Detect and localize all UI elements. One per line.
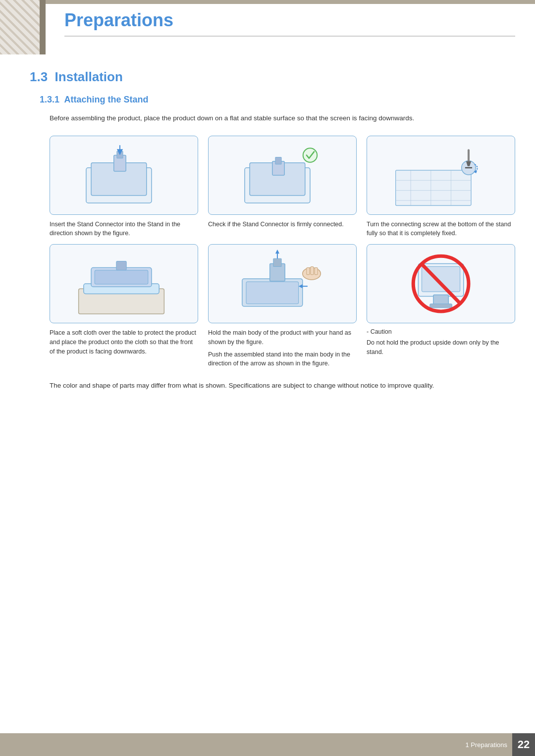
- footer-note: The color and shape of parts may differ …: [50, 380, 515, 391]
- caption-1-3: Turn the connecting screw at the bottom …: [367, 220, 515, 239]
- caption-1-1: Insert the Stand Connector into the Stan…: [50, 220, 198, 239]
- svg-rect-3: [117, 151, 123, 158]
- caption-2-2: Hold the main body of the product with y…: [208, 328, 357, 347]
- caption-2-2b: Push the assembled stand into the main b…: [208, 350, 357, 369]
- footer-bar: 1 Preparations 22: [0, 733, 535, 756]
- svg-rect-26: [116, 261, 126, 270]
- svg-rect-33: [311, 267, 314, 275]
- image-row-1: Insert the Stand Connector into the Stan…: [50, 136, 515, 239]
- svg-rect-41: [433, 295, 448, 304]
- image-cell-2-1: Place a soft cloth over the table to pro…: [50, 244, 198, 368]
- illustration-push-stand: [216, 249, 349, 319]
- image-box-2-1: [50, 244, 198, 323]
- svg-rect-25: [95, 270, 148, 284]
- subsection-heading: 1.3.1 Attaching the Stand: [40, 95, 515, 105]
- svg-rect-42: [430, 304, 452, 308]
- image-box-1-1: [50, 136, 198, 215]
- image-box-1-3: [367, 136, 515, 215]
- illustration-cloth-step: [57, 249, 190, 319]
- svg-rect-32: [307, 268, 310, 275]
- image-cell-1-1: Insert the Stand Connector into the Stan…: [50, 136, 198, 239]
- image-box-2-2: [208, 244, 357, 323]
- svg-rect-28: [246, 282, 299, 304]
- footer-section-text: 1 Preparations: [465, 741, 507, 749]
- caption-1-2: Check if the Stand Connector is firmly c…: [208, 220, 357, 229]
- left-strip-accent: [40, 0, 46, 54]
- left-decorative-strip: [0, 0, 45, 54]
- caution-label: - Caution: [367, 328, 515, 335]
- illustration-caution: [374, 249, 507, 319]
- illustration-stand-step2: [216, 140, 349, 210]
- image-cell-1-3: Turn the connecting screw at the bottom …: [367, 136, 515, 239]
- image-box-1-2: [208, 136, 357, 215]
- image-cell-2-3: - Caution Do not hold the product upside…: [367, 244, 515, 368]
- svg-point-9: [303, 148, 317, 162]
- svg-rect-8: [275, 157, 281, 164]
- image-row-2: Place a soft cloth over the table to pro…: [50, 244, 515, 368]
- image-cell-2-2: Hold the main body of the product with y…: [208, 244, 357, 368]
- top-bar: [0, 0, 535, 4]
- image-box-2-3: [367, 244, 515, 323]
- main-content: 1.3 Installation 1.3.1 Attaching the Sta…: [30, 59, 515, 726]
- section-heading: 1.3 Installation: [30, 69, 515, 85]
- page-title-area: Preparations: [64, 10, 515, 37]
- illustration-stand-step1: [57, 140, 190, 210]
- page-title: Preparations: [64, 10, 515, 37]
- illustration-screw-step: [374, 140, 507, 210]
- svg-rect-34: [315, 268, 318, 275]
- intro-paragraph: Before assembling the product, place the…: [50, 113, 515, 124]
- svg-rect-30: [273, 258, 281, 266]
- image-cell-1-2: Check if the Stand Connector is firmly c…: [208, 136, 357, 239]
- svg-marker-36: [275, 250, 279, 253]
- footer-page-number: 22: [512, 733, 535, 756]
- caption-2-3: Do not hold the product upside down only…: [367, 338, 515, 357]
- svg-rect-10: [396, 170, 471, 205]
- caption-2-1: Place a soft cloth over the table to pro…: [50, 328, 198, 356]
